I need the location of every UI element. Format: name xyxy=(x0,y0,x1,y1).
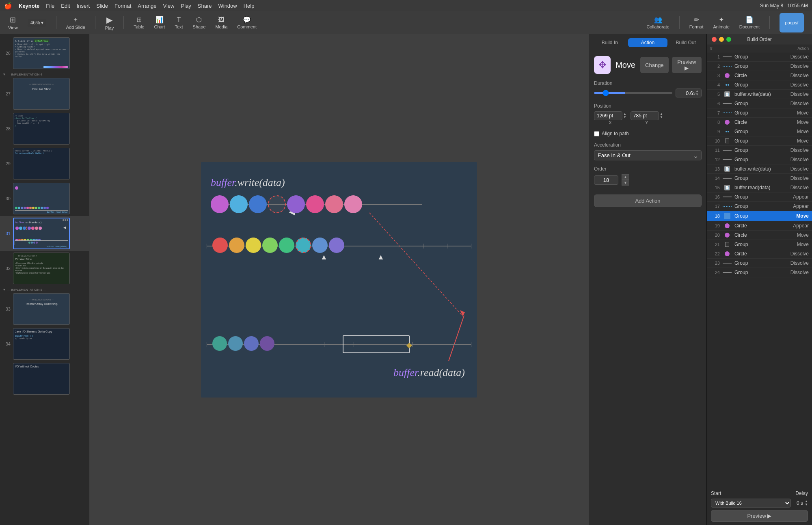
minimize-button[interactable] xyxy=(719,37,724,42)
build-order-item-16[interactable]: 16 Group Appear xyxy=(707,192,812,202)
build-order-item-8[interactable]: 8 Circle Move xyxy=(707,118,812,127)
build-order-item-23[interactable]: 23 Group Dissolve xyxy=(707,259,812,268)
animate-icon: ✦ xyxy=(719,16,724,24)
build-order-item-7[interactable]: 7 Group Move xyxy=(707,108,812,118)
pos-x-input[interactable] xyxy=(594,111,622,120)
add-slide-button[interactable]: ＋ Add Slide xyxy=(66,15,85,30)
build-order-item-5[interactable]: 5 📄 buffer.write(data) Dissolve xyxy=(707,90,812,99)
comment-button[interactable]: 💬 Comment xyxy=(237,16,257,29)
shape-button[interactable]: ⬡ Shape xyxy=(193,16,206,29)
collaborate-button[interactable]: 👥 Collaborate xyxy=(646,16,669,29)
duration-group: Duration s ▲ ▼ xyxy=(594,80,702,97)
acceleration-select[interactable]: Ease In & Out Ease In Ease Out None xyxy=(594,150,702,160)
build-order-item-13[interactable]: 13 📄 buffer.write(data) Dissolve xyxy=(707,164,812,174)
table-button[interactable]: ⊞ Table xyxy=(134,16,144,29)
media-button[interactable]: 🖼 Media xyxy=(215,16,227,29)
start-label: Start xyxy=(711,490,721,496)
align-path-checkbox[interactable] xyxy=(594,131,599,136)
menu-share[interactable]: Share xyxy=(198,3,212,9)
tab-action[interactable]: Action xyxy=(628,38,668,47)
build-order-item-2[interactable]: 2 Group Dissolve xyxy=(707,62,812,71)
panel-content: ✥ Move Change Preview ▶ Duration xyxy=(589,51,706,525)
chart-button[interactable]: 📊 Chart xyxy=(154,16,165,29)
build-order-item-3[interactable]: 3 Circle Dissolve xyxy=(707,71,812,80)
change-button[interactable]: Change xyxy=(640,57,669,73)
menu-play[interactable]: Play xyxy=(181,3,191,9)
duration-slider[interactable] xyxy=(594,92,672,94)
action-name: Move xyxy=(615,60,635,70)
app-container: ⊞ View 46% ▾ ＋ Add Slide ▶ Play ⊞ Table … xyxy=(0,11,812,525)
build-order-item-18[interactable]: 18 Group Move xyxy=(707,211,812,221)
pos-y-input[interactable] xyxy=(631,111,659,120)
order-input[interactable] xyxy=(594,175,618,185)
menu-file[interactable]: File xyxy=(46,3,54,9)
slide-item-31[interactable]: 31 buffer.write(data) xyxy=(0,216,89,251)
play-icon: ▶ xyxy=(106,15,112,25)
document-button[interactable]: 📄 Document xyxy=(739,16,760,29)
order-up[interactable]: ▲ xyxy=(622,174,629,180)
menubar: 🍎 Keynote File Edit Insert Slide Format … xyxy=(0,0,812,11)
pos-x-down[interactable]: ▼ xyxy=(623,116,626,119)
build-order-item-22[interactable]: 22 Circle Dissolve xyxy=(707,249,812,259)
preview-button-footer[interactable]: Preview ▶ xyxy=(711,510,808,522)
menu-slide[interactable]: Slide xyxy=(96,3,108,9)
duration-input[interactable] xyxy=(678,90,693,96)
slide-item-28[interactable]: 28 // code class BufferView { private va… xyxy=(0,111,89,146)
view-button[interactable]: ⊞ View xyxy=(8,15,18,30)
build-order-item-17[interactable]: 17 Group Appear xyxy=(707,202,812,211)
delay-down[interactable]: ▼ xyxy=(805,503,808,506)
format-button[interactable]: ✏ Format xyxy=(689,16,704,29)
start-select[interactable]: With Build 16 xyxy=(711,499,791,508)
build-order-item-1[interactable]: 1 Group Dissolve xyxy=(707,52,812,62)
chevron-down-icon: ▾ xyxy=(41,20,43,26)
build-order-item-21[interactable]: 21 Group Move xyxy=(707,240,812,249)
duration-stepper: ▲ ▼ xyxy=(695,90,699,96)
tab-build-out[interactable]: Build Out xyxy=(668,38,703,47)
slide-item-32[interactable]: 32 — IMPLEMENTATION 4 — Circular Slice •… xyxy=(0,251,89,286)
close-button[interactable] xyxy=(712,37,717,42)
tab-build-in[interactable]: Build In xyxy=(592,38,627,47)
slide-item-27[interactable]: 27 — IMPLEMENTATION 4 — Circular Slice xyxy=(0,76,89,111)
zoom-control[interactable]: 46% ▾ xyxy=(28,19,46,27)
slide-item-34[interactable]: 34 Java I/O Streams Gotta Copy InputStre… xyxy=(0,326,89,361)
apple-menu[interactable]: 🍎 xyxy=(4,2,12,10)
menu-edit[interactable]: Edit xyxy=(61,3,70,9)
build-order-item-12[interactable]: 12 Group Dissolve xyxy=(707,155,812,164)
menu-help[interactable]: Help xyxy=(244,3,255,9)
build-order-item-4[interactable]: 4 Group Dissolve xyxy=(707,80,812,90)
align-path-group: Align to path xyxy=(594,131,702,136)
build-order-item-19[interactable]: 19 Circle Appear xyxy=(707,221,812,231)
buffer-write-text: buffer.write(data) xyxy=(211,177,285,189)
duration-down[interactable]: ▼ xyxy=(695,93,699,96)
maximize-button[interactable] xyxy=(726,37,731,42)
delay-label: Delay xyxy=(795,490,808,496)
menu-view[interactable]: View xyxy=(163,3,175,9)
play-button[interactable]: ▶ Play xyxy=(105,15,114,30)
preview-button[interactable]: Preview ▶ xyxy=(672,57,702,73)
menu-window[interactable]: Window xyxy=(218,3,237,9)
build-order-item-10[interactable]: 10 Group Move xyxy=(707,136,812,146)
slide-item-29[interactable]: 29 class Buffer { write() read() } fun p… xyxy=(0,146,89,181)
slide-item-26[interactable]: 26 A Slice of a ByteArray • More difficu… xyxy=(0,36,89,71)
build-order-item-15[interactable]: 15 📄 buffer.read(data) Dissolve xyxy=(707,183,812,192)
order-down[interactable]: ▼ xyxy=(622,180,629,186)
menu-format[interactable]: Format xyxy=(114,3,131,9)
slide-item-33[interactable]: 33 — IMPLEMENTATION 5 — Transfer Array O… xyxy=(0,292,89,326)
build-order-item-14[interactable]: 14 Group Dissolve xyxy=(707,174,812,183)
build-order-item-6[interactable]: 6 Group Dissolve xyxy=(707,99,812,108)
menu-insert[interactable]: Insert xyxy=(77,3,90,9)
slide-item-35[interactable]: I/O Without Copies xyxy=(0,361,89,396)
build-order-item-24[interactable]: 24 Group Dissolve xyxy=(707,268,812,277)
pos-y-down[interactable]: ▼ xyxy=(660,116,663,119)
animate-button[interactable]: ✦ Animate xyxy=(713,16,730,29)
duration-row: s ▲ ▼ xyxy=(594,89,702,97)
build-order-item-11[interactable]: 11 Group Dissolve xyxy=(707,146,812,155)
build-order-item-9[interactable]: 9 Group Move xyxy=(707,127,812,136)
add-action-button[interactable]: Add Action xyxy=(594,194,702,207)
footer-start-row: Start Delay xyxy=(711,490,808,496)
build-order-item-20[interactable]: 20 Circle Move xyxy=(707,231,812,240)
text-button[interactable]: T Text xyxy=(175,16,183,29)
menu-arrange[interactable]: Arrange xyxy=(138,3,156,9)
build-order-columns: # Action xyxy=(707,45,812,52)
slide-item-30[interactable]: 30 xyxy=(0,181,89,216)
